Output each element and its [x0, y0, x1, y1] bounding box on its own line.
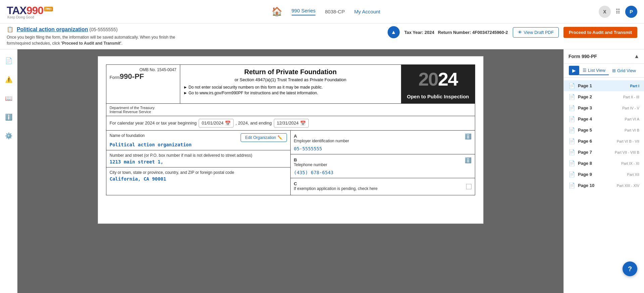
- page-6-num: Page 6: [578, 139, 592, 144]
- page-nav-item-4[interactable]: 📄 Page 4 Part VI A: [564, 113, 644, 125]
- grid-icon[interactable]: ⠿: [615, 8, 621, 16]
- calendar-end-icon[interactable]: 📅: [300, 120, 306, 126]
- form-instructions: ► Do not enter social security numbers o…: [184, 85, 398, 95]
- field-c-cell: C If exemption application is pending, c…: [291, 178, 475, 195]
- page-nav-item-7[interactable]: 📄 Page 7 Part VII - VIII B: [564, 147, 644, 158]
- sidebar-icon-book[interactable]: 📖: [3, 92, 15, 104]
- org-info: 📋 Political action organization (05-5555…: [7, 26, 388, 46]
- page-1-part: Part I: [630, 84, 639, 88]
- page-nav-item-10[interactable]: 📄 Page 10 Part XIII - XIV: [564, 180, 644, 191]
- sidebar-icon-file[interactable]: 📄: [3, 55, 15, 67]
- page-nav-item-1[interactable]: 📄 Page 1 Part I: [564, 80, 644, 91]
- open-inspection: Open to Public Inspection: [405, 93, 472, 100]
- left-sidebar: 📄 ⚠️ 📖 ℹ️ ⚙️: [0, 49, 17, 293]
- calendar-row: For calendar year 2024 or tax year begin…: [106, 116, 475, 131]
- page-4-icon: 📄: [568, 116, 575, 122]
- page-10-num: Page 10: [578, 183, 594, 188]
- page-nav-item-9[interactable]: 📄 Page 9 Part XII: [564, 169, 644, 180]
- page-2-part: Part II - III: [623, 95, 639, 99]
- page-3-part: Part IV - V: [622, 106, 639, 110]
- header-nav: 🏠 990 Series 8038-CP My Account: [271, 6, 380, 17]
- field-b-letter: B: [294, 157, 297, 162]
- nav-990-series[interactable]: 990 Series: [292, 8, 316, 15]
- name-label: Name of foundation: [110, 133, 145, 138]
- org-name-row: 📋 Political action organization (05-5555…: [7, 26, 388, 33]
- sidebar-icon-warning[interactable]: ⚠️: [3, 74, 15, 86]
- year-display: 2024: [405, 68, 472, 90]
- form-document: OMB No. 1545-0047 Form990-PF Return of P…: [98, 56, 484, 224]
- org-name-value: Political action organization: [110, 142, 287, 147]
- page-10-part: Part XIII - XIV: [617, 184, 639, 188]
- nav-my-account[interactable]: My Account: [354, 9, 380, 14]
- field-b-info-icon[interactable]: ℹ️: [465, 157, 472, 163]
- chevron-up-button[interactable]: ▲: [388, 26, 400, 38]
- logo-area: TAX990PRO Keep Doing Good: [7, 4, 53, 19]
- nav-8038-cp[interactable]: 8038-CP: [325, 9, 345, 14]
- page-nav-item-5[interactable]: 📄 Page 5 Part VI B: [564, 125, 644, 136]
- form-title-cell: OMB No. 1545-0047 Form990-PF: [106, 65, 180, 104]
- proceed-button[interactable]: Proceed to Audit and Transmit: [563, 27, 637, 38]
- field-a-label: Employer identification number: [294, 139, 349, 143]
- user-avatar[interactable]: P: [625, 6, 637, 18]
- page-8-icon: 📄: [568, 160, 575, 166]
- field-c-checkbox[interactable]: [466, 184, 472, 189]
- header-right: X ⠿ P: [599, 6, 637, 18]
- page-nav-item-8[interactable]: 📄 Page 8 Part IX - XI: [564, 158, 644, 169]
- help-button[interactable]: ?: [623, 261, 637, 276]
- field-a-letter: A: [294, 134, 297, 139]
- pro-badge: PRO: [44, 7, 53, 11]
- page-nav-item-3[interactable]: 📄 Page 3 Part IV - V: [564, 102, 644, 113]
- page-9-icon: 📄: [568, 171, 575, 178]
- sidebar-icon-settings[interactable]: ⚙️: [3, 130, 15, 142]
- list-icon: ☰: [583, 68, 587, 73]
- field-a-cell: A Employer identification number ℹ️ 05-5…: [291, 131, 475, 154]
- page-9-num: Page 9: [578, 172, 592, 177]
- dept-info: Department of the TreasuryInternal Reven…: [106, 104, 475, 116]
- city-label: City or town, state or province, country…: [110, 170, 287, 175]
- form-area: OMB No. 1545-0047 Form990-PF Return of P…: [17, 49, 563, 293]
- form-year-cell: 2024 Open to Public Inspection: [401, 65, 475, 104]
- page-5-part: Part VI B: [625, 128, 639, 132]
- right-sidebar-title: Form 990-PF: [568, 54, 597, 59]
- grid-icon: ⊞: [612, 68, 616, 73]
- right-sidebar: Form 990-PF ▲ ▶ ☰ List View ⊞ Grid View …: [563, 49, 644, 293]
- page-7-num: Page 7: [578, 150, 592, 155]
- page-5-num: Page 5: [578, 128, 592, 133]
- page-3-icon: 📄: [568, 105, 575, 111]
- org-description: Once you begin filing the form, the info…: [7, 34, 388, 46]
- page-nav-item-2[interactable]: 📄 Page 2 Part II - III: [564, 91, 644, 102]
- list-view-button[interactable]: ☰ List View: [579, 66, 609, 75]
- view-toggle: ▶ ☰ List View ⊞ Grid View: [564, 64, 644, 78]
- eye-icon: 👁: [518, 30, 522, 35]
- page-2-num: Page 2: [578, 94, 592, 99]
- org-doc-icon: 📋: [7, 27, 13, 32]
- home-icon[interactable]: 🏠: [271, 6, 282, 17]
- form-header-table: OMB No. 1545-0047 Form990-PF Return of P…: [106, 64, 475, 104]
- x-avatar[interactable]: X: [599, 6, 611, 18]
- omb-number: OMB No. 1545-0047: [110, 67, 177, 72]
- sidebar-icon-info[interactable]: ℹ️: [3, 111, 15, 123]
- address-cell: Number and street (or P.O. box number if…: [106, 150, 290, 167]
- form-main-title-cell: Return of Private Foundation or Section …: [180, 65, 401, 104]
- field-b-cell: B Telephone number ℹ️ (435) 678-6543: [291, 154, 475, 178]
- page-nav-item-6[interactable]: 📄 Page 6 Part VI B - VII: [564, 136, 644, 147]
- page-7-icon: 📄: [568, 149, 575, 155]
- org-name-link[interactable]: Political action organization: [17, 27, 88, 32]
- main-layout: 📄 ⚠️ 📖 ℹ️ ⚙️ OMB No. 1545-0047 Form990-P…: [0, 49, 644, 293]
- nav-forward-button[interactable]: ▶: [569, 66, 579, 75]
- edit-org-button[interactable]: Edit Organization ✏️: [241, 133, 287, 142]
- sidebar-collapse-button[interactable]: ▲: [634, 53, 639, 59]
- page-6-part: Part VI B - VII: [617, 139, 639, 143]
- page-nav-list: 📄 Page 1 Part I 📄 Page 2 Part II - III 📄…: [564, 78, 644, 194]
- page-1-num: Page 1: [578, 83, 592, 88]
- form-subtitle: or Section 4947(a)(1) Trust Treated as P…: [184, 77, 398, 82]
- grid-view-button[interactable]: ⊞ Grid View: [609, 66, 639, 75]
- org-ein: (05-5555555): [89, 27, 117, 32]
- view-draft-button[interactable]: 👁 View Draft PDF: [513, 27, 559, 38]
- field-b-label: Telephone number: [294, 162, 327, 167]
- field-a-info-icon[interactable]: ℹ️: [465, 133, 472, 140]
- calendar-start-icon[interactable]: 📅: [225, 120, 231, 126]
- date-start-input[interactable]: 01/01/2024 📅: [199, 119, 234, 128]
- page-5-icon: 📄: [568, 127, 575, 133]
- date-end-input[interactable]: 12/31/2024 📅: [274, 119, 309, 128]
